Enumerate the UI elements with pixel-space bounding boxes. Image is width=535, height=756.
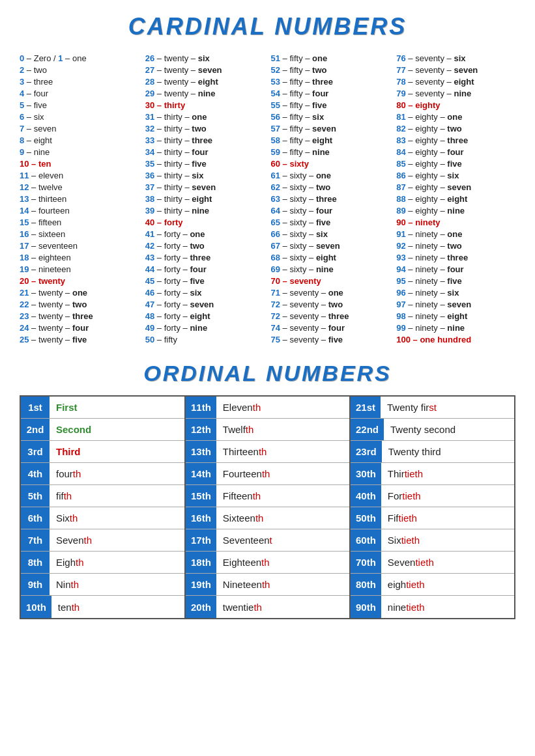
ordinal-number: 18th — [186, 552, 216, 573]
cardinal-item: 95 – ninety – five — [396, 275, 515, 287]
cardinal-item: 94 – ninety – four — [396, 263, 515, 275]
cardinal-item: 5 – five — [20, 99, 139, 111]
cardinal-item: 100 – one hundred — [396, 333, 515, 345]
ordinal-number: 1st — [21, 397, 50, 418]
ordinal-number: 22nd — [351, 419, 384, 440]
cardinal-item: 58 – fifty – eight — [271, 134, 390, 146]
ordinal-number: 20th — [186, 596, 216, 618]
ordinal-word: Seventeent — [216, 532, 279, 548]
cardinal-item: 76 – seventy – six — [396, 52, 515, 64]
ordinal-row: 22ndTwenty second — [351, 419, 514, 441]
ordinal-row: 90thninetieth — [351, 596, 514, 618]
cardinal-item: 17 – seventeen — [20, 240, 139, 251]
ordinal-row: 7thSeventh — [21, 529, 184, 552]
ordinal-word: Eleventh — [216, 399, 267, 415]
ordinal-number: 21st — [351, 397, 381, 418]
ordinal-number: 5th — [21, 485, 50, 507]
cardinal-item: 69 – sixty – nine — [271, 263, 390, 275]
cardinal-item: 9 – nine — [20, 146, 139, 158]
cardinal-item: 67 – sixty – seven — [271, 240, 390, 251]
ordinal-row: 40thFortieth — [351, 485, 514, 507]
cardinal-item: 46 – forty – six — [145, 287, 265, 298]
cardinal-item: 39 – thirty – nine — [145, 204, 265, 216]
cardinal-item: 25 – twenty – five — [20, 333, 139, 345]
cardinal-item: 3 – three — [20, 76, 139, 87]
cardinal-item: 99 – ninety – nine — [396, 322, 515, 333]
ordinal-row: 8thEighth — [21, 552, 184, 574]
cardinal-item: 66 – sixty – six — [271, 228, 390, 240]
cardinal-item: 6 – six — [20, 111, 139, 122]
cardinal-item: 89 – eighty – nine — [396, 204, 515, 216]
ordinal-row: 50thFiftieth — [351, 507, 514, 529]
ordinal-number: 60th — [351, 529, 381, 551]
cardinal-item: 8 – eight — [20, 134, 139, 146]
cardinal-item: 97 – ninety – seven — [396, 298, 515, 310]
ordinal-number: 7th — [21, 529, 50, 551]
numbers-grid: 0 – Zero / 1 – one2 – two3 – three4 – fo… — [20, 52, 515, 345]
cardinal-item: 65 – sixty – five — [271, 216, 390, 228]
ordinal-word: Fortieth — [381, 488, 427, 504]
cardinal-item: 55 – fifty – five — [271, 99, 390, 111]
cardinal-item: 20 – twenty — [20, 275, 139, 287]
ordinal-word: Seventieth — [381, 554, 441, 570]
ordinal-row: 11thEleventh — [186, 397, 349, 419]
cardinal-item: 34 – thirty – four — [145, 146, 265, 158]
cardinal-item: 78 – seventy – eight — [396, 76, 515, 87]
ordinal-number: 8th — [21, 552, 50, 573]
ordinal-number: 50th — [351, 507, 381, 529]
ordinal-row: 12thTwelfth — [186, 419, 349, 441]
cardinal-item: 98 – ninety – eight — [396, 310, 515, 322]
cardinal-item: 31 – thirty – one — [145, 111, 265, 122]
cardinal-item: 2 – two — [20, 64, 139, 76]
ordinal-number: 16th — [186, 507, 216, 529]
cardinal-title: CARDINAL NUMBERS — [20, 13, 515, 40]
cardinal-item: 14 – fourteen — [20, 204, 139, 216]
cardinal-item: 41 – forty – one — [145, 228, 265, 240]
cardinal-item: 22 – twenty – two — [20, 298, 139, 310]
cardinal-item: 75 – seventy – five — [271, 333, 390, 345]
cardinal-item: 53 – fifty – three — [271, 76, 390, 87]
ordinal-row: 80theightieth — [351, 574, 514, 596]
ordinal-column: 21stTwenty first22ndTwenty second23rdTwe… — [351, 397, 514, 618]
ordinal-title: ORDINAL NUMBERS — [20, 361, 515, 386]
ordinal-word: Fiftieth — [381, 510, 424, 526]
ordinal-row: 17thSeventeent — [186, 529, 349, 552]
ordinal-number: 90th — [351, 596, 381, 618]
ordinal-word: Nineteenth — [216, 576, 277, 593]
ordinal-row: 18thEighteenth — [186, 552, 349, 574]
ordinal-column: 11thEleventh12thTwelfth13thThirteenth14t… — [186, 397, 351, 618]
ordinal-word: Eighteenth — [216, 554, 276, 570]
cardinal-item: 28 – twenty – eight — [145, 76, 265, 87]
ordinal-word: Thirtieth — [381, 466, 429, 482]
ordinal-word: Seventh — [50, 532, 98, 548]
cardinal-item: 80 – eighty — [396, 99, 515, 111]
cardinal-item: 81 – eighty – one — [396, 111, 515, 122]
ordinal-number: 3rd — [21, 441, 50, 462]
cardinal-item: 23 – twenty – three — [20, 310, 139, 322]
cardinal-item: 79 – seventy – nine — [396, 87, 515, 99]
ordinal-row: 21stTwenty first — [351, 397, 514, 419]
ordinal-word: Sixtieth — [381, 532, 426, 548]
ordinal-number: 9th — [21, 574, 50, 595]
cardinal-item: 0 – Zero / 1 – one — [20, 52, 139, 64]
cardinal-item: 52 – fifty – two — [271, 64, 390, 76]
ordinal-number: 17th — [186, 529, 216, 551]
cardinal-item: 29 – twenty – nine — [145, 87, 265, 99]
cardinal-item: 62 – sixty – two — [271, 181, 390, 193]
ordinal-number: 30th — [351, 463, 381, 484]
ordinal-word: ninetieth — [381, 599, 431, 615]
cardinal-item: 70 – seventy — [271, 275, 390, 287]
cardinal-item: 42 – forty – two — [145, 240, 265, 251]
cardinal-item: 57 – fifty – seven — [271, 122, 390, 134]
cardinal-item: 63 – sixty – three — [271, 193, 390, 204]
ordinal-number: 12th — [186, 419, 216, 440]
ordinal-word: Twenty third — [382, 443, 448, 460]
ordinal-word: eightieth — [381, 576, 431, 593]
ordinal-number: 2nd — [21, 419, 50, 440]
ordinal-word: Thirteenth — [216, 443, 274, 460]
ordinal-column: 1stFirst2ndSecond3rdThird4thfourth5thfif… — [21, 397, 186, 618]
cardinal-item: 86 – eighty – six — [396, 169, 515, 181]
ordinal-word: Sixteenth — [216, 510, 270, 526]
cardinal-item: 11 – eleven — [20, 169, 139, 181]
ordinal-word: Second — [50, 421, 98, 438]
